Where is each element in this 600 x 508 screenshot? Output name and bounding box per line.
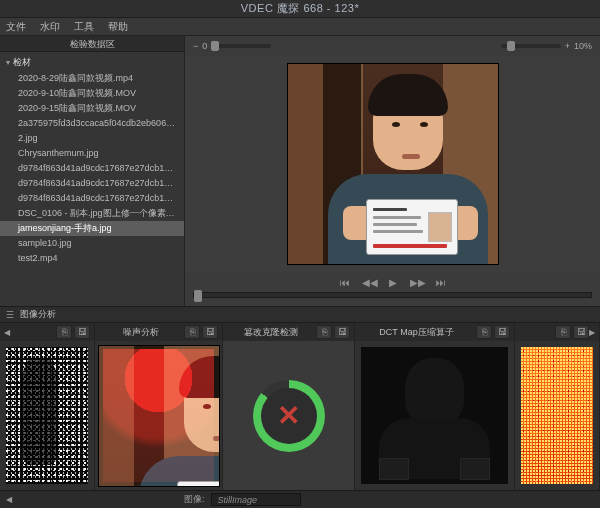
file-tree[interactable]: ▾ 检材 2020-8-29陆鑫同款视频.mp4 2020-9-10陆鑫同款视频…	[0, 52, 184, 306]
zoom-in-icon[interactable]: +	[565, 41, 570, 51]
zoom-right-value: 10%	[574, 41, 592, 51]
x-mark-icon: ✕	[277, 402, 300, 430]
save-icon[interactable]: 🖫	[74, 325, 90, 339]
panel-title: 篡改克隆检测	[227, 326, 314, 339]
tree-item[interactable]: 2.jpg	[0, 131, 184, 146]
panel-image	[6, 347, 88, 484]
tree-item[interactable]: d9784f863d41ad9cdc17687e27dcb128.mp4	[0, 191, 184, 206]
window-titlebar: VDEC 魔探 668 - 123*	[0, 0, 600, 18]
play-button[interactable]: ▶	[386, 277, 400, 288]
tree-item[interactable]: 2a375975fd3d3ccaca5f04cdb2eb606de[1].mp4	[0, 116, 184, 131]
status-label: 图像:	[184, 493, 205, 506]
chevron-down-icon: ▾	[6, 58, 10, 67]
tree-item[interactable]: d9784f863d41ad9cdc17687e27dcb128_2.mp4	[0, 176, 184, 191]
save-icon[interactable]: 🖫	[202, 325, 218, 339]
panel-extra: ⎘ 🖫 ▶	[515, 323, 600, 490]
chevron-right-icon[interactable]: ▶	[589, 328, 595, 337]
statusbar: ◀ 图像: StillImage	[0, 490, 600, 508]
panel-dct-map: DCT Map压缩算子 ⎘ 🖫	[355, 323, 515, 490]
list-icon[interactable]: ☰	[6, 310, 14, 320]
tree-root-label: 检材	[13, 57, 31, 67]
tree-item[interactable]: test2.mp4	[0, 251, 184, 266]
panel-image	[361, 347, 508, 484]
menu-file[interactable]: 文件	[6, 20, 26, 34]
copy-icon[interactable]: ⎘	[56, 325, 72, 339]
tree-item[interactable]: 2020-9-15陆鑫同款视频.MOV	[0, 101, 184, 116]
rewind-button[interactable]: ◀◀	[362, 277, 376, 288]
tree-item[interactable]: 2020-9-10陆鑫同款视频.MOV	[0, 86, 184, 101]
detection-result: ✕	[223, 341, 354, 490]
status-value: StillImage	[211, 493, 301, 506]
menu-watermark[interactable]: 水印	[40, 20, 60, 34]
preview-canvas[interactable]	[185, 56, 600, 272]
transport-controls: ⏮ ◀◀ ▶ ▶▶ ⏭	[185, 272, 600, 292]
chevron-left-icon[interactable]: ◀	[4, 328, 10, 337]
tree-item[interactable]: 2020-8-29陆鑫同款视频.mp4	[0, 71, 184, 86]
main-split: 检验数据区 ▾ 检材 2020-8-29陆鑫同款视频.mp4 2020-9-10…	[0, 36, 600, 306]
tree-item[interactable]: sample10.jpg	[0, 236, 184, 251]
sidebar: 检验数据区 ▾ 检材 2020-8-29陆鑫同款视频.mp4 2020-9-10…	[0, 36, 185, 306]
tree-item[interactable]: DSC_0106 - 副本.jpg图上修一个像素again.jpg	[0, 206, 184, 221]
id-card	[366, 199, 458, 255]
window-title: VDEC 魔探 668 - 123*	[241, 1, 359, 16]
copy-icon[interactable]: ⎘	[476, 325, 492, 339]
copy-icon[interactable]: ⎘	[184, 325, 200, 339]
analysis-section-header: ☰ 图像分析	[0, 306, 600, 322]
panel-image	[95, 341, 222, 490]
copy-icon[interactable]: ⎘	[316, 325, 332, 339]
panel-noise-analysis: 噪声分析 ⎘ 🖫	[95, 323, 223, 490]
next-button[interactable]: ⏭	[434, 277, 448, 288]
prev-button[interactable]: ⏮	[338, 277, 352, 288]
preview-column: − 0 + 10%	[185, 36, 600, 306]
save-icon[interactable]: 🖫	[494, 325, 510, 339]
tree-item[interactable]: d9784f863d41ad9cdc17687e27dcb128_1.mp4	[0, 161, 184, 176]
analysis-panels-row: ◀ ⎘ 🖫 噪声分析 ⎘ 🖫 篡改克隆检测 ⎘ 🖫	[0, 322, 600, 490]
tree-root[interactable]: ▾ 检材	[0, 54, 184, 71]
analysis-section-title: 图像分析	[20, 308, 56, 321]
sidebar-panel-title: 检验数据区	[0, 36, 184, 52]
save-icon[interactable]: 🖫	[573, 325, 589, 339]
tree-item-selected[interactable]: jamesonjiang-手持a.jpg	[0, 221, 184, 236]
panel-tamper-detect: 篡改克隆检测 ⎘ 🖫 ✕	[223, 323, 355, 490]
zoom-slider-right[interactable]	[501, 44, 561, 48]
panel-noise-bw: ◀ ⎘ 🖫	[0, 323, 95, 490]
save-icon[interactable]: 🖫	[334, 325, 350, 339]
menubar: 文件 水印 工具 帮助	[0, 18, 600, 36]
panel-title: DCT Map压缩算子	[359, 326, 474, 339]
preview-image	[288, 64, 498, 264]
timeline[interactable]	[185, 292, 600, 306]
preview-header: − 0 + 10%	[185, 36, 600, 56]
zoom-slider-left[interactable]	[211, 44, 271, 48]
menu-help[interactable]: 帮助	[108, 20, 128, 34]
panel-image	[521, 347, 593, 484]
copy-icon[interactable]: ⎘	[555, 325, 571, 339]
chevron-left-icon[interactable]: ◀	[6, 495, 12, 504]
zoom-left-value: 0	[202, 41, 207, 51]
menu-tools[interactable]: 工具	[74, 20, 94, 34]
zoom-out-icon[interactable]: −	[193, 41, 198, 51]
panel-title: 噪声分析	[99, 326, 182, 339]
tree-item[interactable]: Chrysanthemum.jpg	[0, 146, 184, 161]
forward-button[interactable]: ▶▶	[410, 277, 424, 288]
